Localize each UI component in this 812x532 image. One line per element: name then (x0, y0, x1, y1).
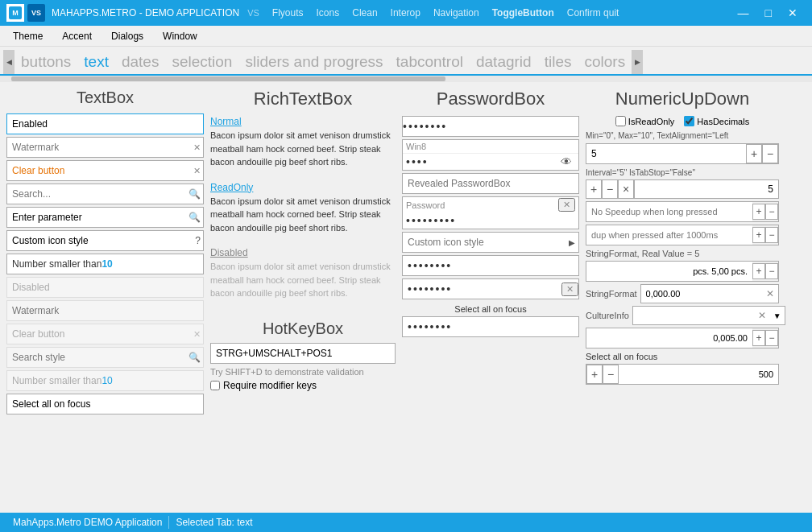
cultureinfo-input[interactable] (633, 307, 754, 324)
num-pcs[interactable] (586, 262, 752, 281)
num-plus-1[interactable]: + (746, 144, 762, 163)
num-final-plus[interactable]: + (586, 365, 603, 384)
titlebar-sep: VS (247, 8, 259, 18)
eye-icon[interactable]: 👁 (557, 155, 575, 168)
textbox-clear-icon-2[interactable]: ✕ (193, 166, 201, 176)
textbox-disabled-clear (6, 324, 204, 344)
num-times-ctrl[interactable]: × (618, 179, 634, 199)
pb-password-label: Password (406, 200, 445, 210)
maximize-button[interactable]: □ (757, 6, 780, 19)
nav-flyouts[interactable]: Flyouts (266, 7, 310, 19)
no-speedup-plus[interactable]: + (752, 204, 765, 220)
tab-tiles[interactable]: tiles (538, 50, 578, 74)
richtextbox-disabled-label: Disabled (210, 247, 396, 258)
textbox-select-all[interactable] (6, 394, 204, 414)
search-icon-1[interactable]: 🔍 (188, 188, 201, 200)
cultureinfo-row: CultureInfo ✕ ▼ (586, 306, 779, 325)
pb-clear-button-2[interactable]: ✕ (561, 282, 578, 296)
textbox-search[interactable] (6, 184, 204, 204)
tab-colors[interactable]: colors (578, 50, 632, 74)
dup-plus[interactable]: + (752, 227, 765, 243)
textbox-enabled[interactable] (6, 113, 204, 134)
num-plus-ctrl[interactable]: + (586, 179, 602, 199)
titlebar-controls: — □ ✕ (730, 6, 806, 19)
pb-win8-text: Win8 (406, 142, 426, 151)
tab-scrollbar[interactable] (0, 76, 812, 82)
pb-custom-icon[interactable] (403, 235, 566, 250)
passwordbox-section: PasswordBox •••••••• Win8 •••• 👁 Pa (402, 89, 579, 511)
num-value1-row: + − (586, 143, 779, 164)
no-speedup-minus[interactable]: − (765, 204, 778, 220)
num-pcs-row: + − (586, 261, 779, 282)
pcs-plus[interactable]: + (752, 263, 765, 279)
stringformat2-clear[interactable]: ✕ (762, 285, 778, 303)
richtextbox-readonly-label[interactable]: ReadOnly (210, 182, 396, 193)
richtextbox-normal-label[interactable]: Normal (210, 116, 396, 127)
textbox-parameter-row: 🔍 (6, 207, 204, 228)
nav-icons[interactable]: Icons (310, 7, 346, 19)
pb-password-dots-row: ••••••••• (403, 212, 578, 229)
menu-window[interactable]: Window (156, 29, 204, 43)
textbox-watermark[interactable] (6, 137, 204, 158)
number-text: Number smaller than (12, 258, 102, 270)
titlebar-title: MAHAPPS.METRO - DEMO APPLICATION (52, 7, 239, 19)
isreadonly-checkbox[interactable] (615, 116, 626, 126)
tab-tabcontrol[interactable]: tabcontrol (390, 50, 470, 74)
hotkey-checkbox[interactable] (210, 381, 220, 390)
num-minus-ctrl[interactable]: − (602, 179, 618, 199)
num-value1[interactable] (586, 144, 746, 163)
menu-dialogs[interactable]: Dialogs (105, 29, 150, 43)
textbox-custom-icon[interactable] (6, 230, 204, 251)
menu-theme[interactable]: Theme (6, 29, 49, 43)
dup-minus[interactable]: − (765, 227, 778, 243)
minimize-button[interactable]: — (730, 6, 757, 19)
nav-interop[interactable]: Interop (384, 7, 427, 19)
tab-selection[interactable]: selection (165, 50, 238, 74)
cultureinfo-dropdown[interactable]: ▼ (770, 307, 785, 324)
hasdecimals-checkbox-item: HasDecimals (684, 116, 749, 126)
tab-scroll-right[interactable]: ▶ (632, 50, 643, 74)
menu-accent[interactable]: Accent (56, 29, 98, 43)
richtextbox-title: RichTextBox (254, 89, 352, 109)
pb-clear-button[interactable]: ✕ (558, 198, 575, 212)
num-dup-row: + − (586, 225, 779, 245)
nav-clean[interactable]: Clean (346, 7, 383, 19)
hasdecimals-checkbox[interactable] (684, 116, 694, 126)
num-no-speedup[interactable] (586, 202, 752, 221)
num-final-row: + − (586, 364, 779, 385)
pcs-minus[interactable]: − (765, 263, 778, 279)
cultureinfo-input-wrap: ✕ ▼ (632, 306, 785, 325)
tab-sliders[interactable]: sliders and progress (238, 50, 389, 74)
stringformat2-label: StringFormat (586, 289, 637, 299)
tab-scroll-left[interactable]: ◀ (3, 50, 14, 74)
nav-togglebutton[interactable]: ToggleButton (486, 7, 561, 19)
num-ctrl-value[interactable] (634, 179, 779, 199)
pb-select-all-row: Select all on focus (454, 302, 526, 316)
textbox-clear-icon-1[interactable]: ✕ (193, 142, 201, 153)
close-button[interactable]: ✕ (780, 6, 806, 19)
num-minus-1[interactable]: − (762, 144, 778, 163)
pb-revealed[interactable] (403, 176, 578, 191)
scrollbar-thumb[interactable] (11, 76, 445, 81)
nav-navigation[interactable]: Navigation (427, 7, 486, 19)
stringformat2-input[interactable] (641, 285, 762, 303)
hotkey-input[interactable] (210, 343, 396, 364)
question-icon[interactable]: ? (195, 235, 201, 246)
textbox-parameter[interactable] (6, 207, 204, 228)
textbox-clear[interactable] (6, 160, 204, 181)
num-final-minus[interactable]: − (603, 365, 619, 384)
tab-text[interactable]: text (77, 50, 115, 74)
nav-confirm-quit[interactable]: Confirm quit (561, 7, 626, 19)
num-final-value[interactable] (619, 365, 778, 384)
cultureinfo-clear[interactable]: ✕ (754, 307, 770, 324)
num-dup[interactable] (586, 225, 752, 245)
search-icon-2[interactable]: 🔍 (188, 212, 201, 223)
titlebar-nav: Flyouts Icons Clean Interop Navigation T… (266, 7, 626, 19)
num-decimal[interactable] (586, 328, 752, 348)
decimal-plus[interactable]: + (752, 330, 765, 346)
tab-dates[interactable]: dates (115, 50, 165, 74)
menubar: Theme Accent Dialogs Window (0, 26, 812, 47)
decimal-minus[interactable]: − (765, 330, 778, 346)
tab-datagrid[interactable]: datagrid (470, 50, 538, 74)
num-select-all-text: Select all on focus (586, 352, 657, 361)
